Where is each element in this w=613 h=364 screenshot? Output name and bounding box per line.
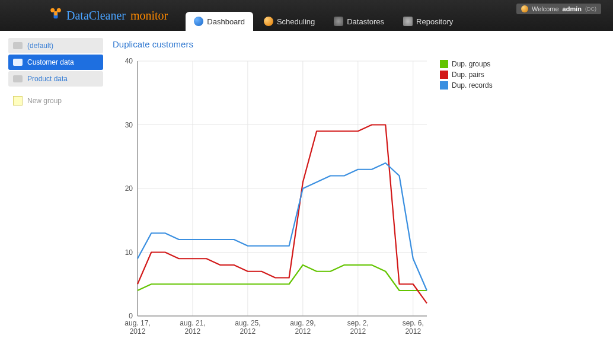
scheduling-icon	[264, 17, 273, 26]
sidebar-item-label: Customer data	[27, 58, 74, 66]
sidebar-item-label: New group	[27, 97, 62, 105]
chart-title: Duplicate customers	[113, 39, 605, 49]
svg-text:2012: 2012	[405, 327, 421, 336]
svg-text:sep. 6,: sep. 6,	[403, 319, 424, 327]
svg-text:2012: 2012	[350, 327, 366, 336]
tab-label: Scheduling	[277, 17, 315, 26]
svg-text:aug. 29,: aug. 29,	[290, 319, 315, 327]
folder-icon	[13, 59, 23, 66]
sidebar-item-default[interactable]: (default)	[8, 38, 103, 53]
sidebar-new-group[interactable]: New group	[8, 92, 103, 109]
legend-swatch	[440, 71, 448, 79]
legend-swatch	[440, 60, 448, 68]
legend-swatch	[440, 81, 448, 90]
tab-label: Dashboard	[207, 17, 245, 26]
sidebar: (default) Customer data Product data New…	[8, 38, 103, 346]
svg-point-0	[50, 8, 55, 12]
legend-label: Dup. pairs	[452, 71, 484, 79]
app-logo: DataCleaner monitor	[47, 7, 168, 24]
tab-datastores[interactable]: Datastores	[325, 12, 392, 31]
sidebar-item-product-data[interactable]: Product data	[8, 71, 103, 87]
svg-text:aug. 17,: aug. 17,	[124, 319, 150, 327]
sidebar-item-label: Product data	[27, 75, 68, 83]
logo-icon	[47, 7, 64, 24]
svg-text:aug. 25,: aug. 25,	[235, 319, 260, 327]
tab-dashboard[interactable]: Dashboard	[186, 12, 253, 31]
user-name: admin	[563, 5, 582, 12]
folder-icon	[13, 75, 23, 82]
legend-item-groups: Dup. groups	[440, 60, 493, 68]
legend-item-records: Dup. records	[440, 81, 493, 90]
user-context: (DC)	[585, 6, 596, 12]
svg-text:40: 40	[125, 57, 133, 65]
legend-item-pairs: Dup. pairs	[440, 71, 493, 79]
chart-legend: Dup. groups Dup. pairs Dup. records	[440, 55, 493, 346]
tab-repository[interactable]: Repository	[395, 12, 461, 31]
svg-text:sep. 2,: sep. 2,	[347, 319, 369, 327]
svg-text:20: 20	[125, 184, 133, 193]
user-icon	[521, 5, 528, 12]
brand-subname: monitor	[130, 9, 168, 23]
svg-rect-3	[54, 11, 57, 15]
svg-text:2012: 2012	[240, 327, 256, 336]
svg-text:2012: 2012	[295, 327, 311, 336]
folder-icon	[13, 42, 23, 49]
legend-label: Dup. records	[452, 81, 493, 90]
dashboard-icon	[194, 17, 203, 26]
svg-text:30: 30	[125, 121, 133, 129]
datastores-icon	[334, 17, 343, 26]
tab-label: Repository	[416, 17, 453, 26]
sidebar-item-customer-data[interactable]: Customer data	[8, 55, 103, 70]
svg-text:aug. 21,: aug. 21,	[180, 319, 205, 327]
tab-label: Datastores	[347, 17, 384, 26]
repository-icon	[403, 17, 413, 26]
brand-name: DataCleaner	[66, 9, 126, 23]
svg-text:2012: 2012	[185, 327, 201, 336]
main-nav: Dashboard Scheduling Datastores Reposito…	[186, 0, 461, 31]
svg-text:10: 10	[125, 248, 133, 257]
user-badge[interactable]: Welcome admin (DC)	[516, 4, 601, 14]
tab-scheduling[interactable]: Scheduling	[256, 12, 323, 31]
svg-text:2012: 2012	[130, 327, 146, 336]
sidebar-item-label: (default)	[27, 41, 53, 50]
svg-point-1	[57, 8, 61, 12]
new-group-icon	[13, 96, 23, 106]
line-chart: 010203040aug. 17,2012aug. 21,2012aug. 25…	[113, 55, 433, 346]
welcome-label: Welcome	[532, 5, 559, 12]
legend-label: Dup. groups	[452, 60, 490, 68]
